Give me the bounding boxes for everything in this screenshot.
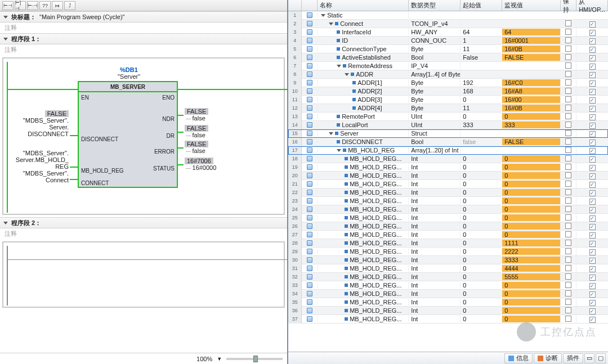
keep-checkbox[interactable] — [565, 155, 571, 161]
table-row[interactable]: 22 MB_HOLD_REG...Int00✓ — [288, 188, 608, 197]
table-row[interactable]: 8 ADDRArray[1..4] of Byte✓ — [288, 70, 608, 79]
table-row[interactable]: 21 MB_HOLD_REG...Int00✓ — [288, 180, 608, 188]
zoom-slider[interactable] — [226, 358, 283, 360]
row-type[interactable]: Byte — [409, 105, 461, 111]
table-row[interactable]: 7 RemoteAddressIP_V4✓ — [288, 62, 608, 70]
segment-1-comment[interactable]: 注释 — [0, 44, 287, 55]
keep-checkbox[interactable] — [565, 223, 571, 229]
row-type[interactable]: Bool — [409, 54, 461, 61]
keep-checkbox[interactable] — [565, 88, 571, 94]
row-start[interactable]: 0 — [461, 181, 502, 187]
table-row[interactable]: 12 ADDR[4]Byte1116#0B✓ — [288, 104, 608, 113]
lbl-hold[interactable]: "MDBS_Server". Server.MB_HOLD_ REG — [9, 150, 69, 170]
row-start[interactable]: 0 — [461, 257, 502, 263]
keep-checkbox[interactable] — [565, 316, 571, 322]
hmi-checkbox[interactable]: ✓ — [589, 38, 596, 44]
table-row[interactable]: 25 MB_HOLD_REG...Int00✓ — [288, 214, 608, 222]
row-type[interactable]: Int — [409, 172, 461, 179]
tb-branch-close[interactable]: ⤴ — [64, 1, 75, 10]
tb-coil[interactable]: ⊢·⊣ — [27, 1, 38, 10]
table-row[interactable]: 24 MB_HOLD_REG...Int00✓ — [288, 205, 608, 214]
row-start[interactable]: 0 — [461, 189, 502, 196]
hmi-checkbox[interactable]: ✓ — [589, 140, 596, 146]
col-type[interactable]: 数据类型 — [409, 0, 461, 11]
row-type[interactable]: Int — [409, 197, 461, 204]
row-type[interactable]: Int — [409, 290, 461, 297]
row-start[interactable]: 0 — [461, 316, 502, 322]
hmi-checkbox[interactable]: ✓ — [589, 291, 596, 298]
row-start[interactable]: 0 — [461, 290, 502, 297]
row-start[interactable]: 0 — [461, 231, 502, 238]
keep-checkbox[interactable] — [565, 164, 571, 170]
segment-2-comment[interactable]: 注释 — [0, 228, 287, 239]
segment-1-head[interactable]: 程序段 1： — [0, 33, 287, 44]
row-type[interactable]: Int — [409, 257, 461, 263]
keep-checkbox[interactable] — [565, 71, 571, 77]
row-start[interactable]: 0 — [461, 172, 502, 179]
hmi-checkbox[interactable]: ✓ — [589, 165, 596, 171]
row-type[interactable]: Array[1..4] of Byte — [409, 71, 461, 78]
table-row[interactable]: 6 ActiveEstablishedBoolFalseFALSE✓ — [288, 53, 608, 62]
hmi-checkbox[interactable]: ✓ — [589, 123, 596, 129]
hmi-checkbox[interactable]: ✓ — [589, 156, 596, 163]
keep-checkbox[interactable] — [565, 181, 571, 187]
tb-branch-open[interactable]: ↦ — [52, 1, 63, 10]
keep-checkbox[interactable] — [565, 147, 571, 153]
keep-checkbox[interactable] — [565, 231, 571, 237]
out-status[interactable]: 16#7006— 16#0000 — [185, 158, 216, 171]
hmi-checkbox[interactable]: ✓ — [589, 131, 596, 137]
table-row[interactable]: 29 MB_HOLD_REG...Int02222✓ — [288, 248, 608, 256]
table-row[interactable]: 9 ADDR[1]Byte19216#C0✓ — [288, 79, 608, 87]
table-row[interactable]: 23 MB_HOLD_REG...Int00✓ — [288, 197, 608, 205]
keep-checkbox[interactable] — [565, 29, 571, 35]
keep-checkbox[interactable] — [565, 248, 571, 254]
table-row[interactable]: 26 MB_HOLD_REG...Int00✓ — [288, 222, 608, 231]
table-row[interactable]: 14 LocalPortUInt333333✓ — [288, 121, 608, 129]
keep-checkbox[interactable] — [565, 105, 571, 111]
keep-checkbox[interactable] — [565, 282, 571, 288]
keep-checkbox[interactable] — [565, 20, 571, 26]
row-start[interactable]: 333 — [461, 122, 502, 128]
lad-canvas-1[interactable]: %DB1"Server" MB_SERVER EN ENO DISCONNECT… — [2, 57, 285, 215]
chevron-down-icon[interactable] — [321, 14, 325, 17]
hmi-checkbox[interactable]: ✓ — [589, 30, 596, 36]
table-row[interactable]: 10 ADDR[2]Byte16816#A8✓ — [288, 87, 608, 96]
hmi-checkbox[interactable]: ✓ — [589, 241, 596, 247]
row-start[interactable]: 1 — [461, 37, 502, 44]
row-type[interactable]: Int — [409, 265, 461, 272]
table-row[interactable]: 35 MB_HOLD_REG...Int00✓ — [288, 298, 608, 307]
keep-checkbox[interactable] — [565, 257, 571, 263]
row-type[interactable]: Byte — [409, 96, 461, 103]
hmi-checkbox[interactable]: ✓ — [589, 300, 596, 306]
row-type[interactable]: Int — [409, 189, 461, 196]
row-type[interactable]: Int — [409, 164, 461, 170]
tab-diag[interactable]: 诊断 — [534, 353, 562, 363]
row-start[interactable]: false — [461, 138, 502, 145]
row-start[interactable]: 0 — [461, 265, 502, 272]
hmi-checkbox[interactable]: ✓ — [589, 80, 596, 87]
zoom-dropdown-icon[interactable]: ▼ — [217, 356, 222, 362]
hmi-checkbox[interactable]: ✓ — [589, 55, 596, 61]
row-type[interactable]: UInt — [409, 122, 461, 128]
keep-checkbox[interactable] — [565, 79, 571, 86]
keep-checkbox[interactable] — [565, 290, 571, 296]
table-row[interactable]: 2 ConnectTCON_IP_v4✓ — [288, 20, 608, 28]
table-row[interactable]: 33 MB_HOLD_REG...Int00✓ — [288, 281, 608, 290]
hmi-checkbox[interactable]: ✓ — [589, 199, 596, 205]
keep-checkbox[interactable] — [565, 206, 571, 212]
row-start[interactable]: 11 — [461, 105, 502, 111]
row-type[interactable]: Byte — [409, 79, 461, 86]
row-type[interactable]: Int — [409, 206, 461, 213]
db-body[interactable]: 1 Static2 ConnectTCON_IP_v4✓3 InterfaceI… — [288, 11, 608, 352]
row-type[interactable]: Int — [409, 231, 461, 238]
chevron-down-icon[interactable] — [329, 23, 333, 25]
table-row[interactable]: 34 MB_HOLD_REG...Int00✓ — [288, 290, 608, 298]
keep-checkbox[interactable] — [565, 46, 571, 52]
chevron-down-icon[interactable] — [345, 73, 349, 76]
row-start[interactable]: 0 — [461, 223, 502, 230]
table-row[interactable]: 36 MB_HOLD_REG...Int00✓ — [288, 307, 608, 315]
table-row[interactable]: 1 Static — [288, 11, 608, 20]
hmi-checkbox[interactable]: ✓ — [589, 72, 596, 78]
row-type[interactable]: Bool — [409, 138, 461, 145]
table-row[interactable]: 37 MB_HOLD_REG...Int00✓ — [288, 315, 608, 323]
